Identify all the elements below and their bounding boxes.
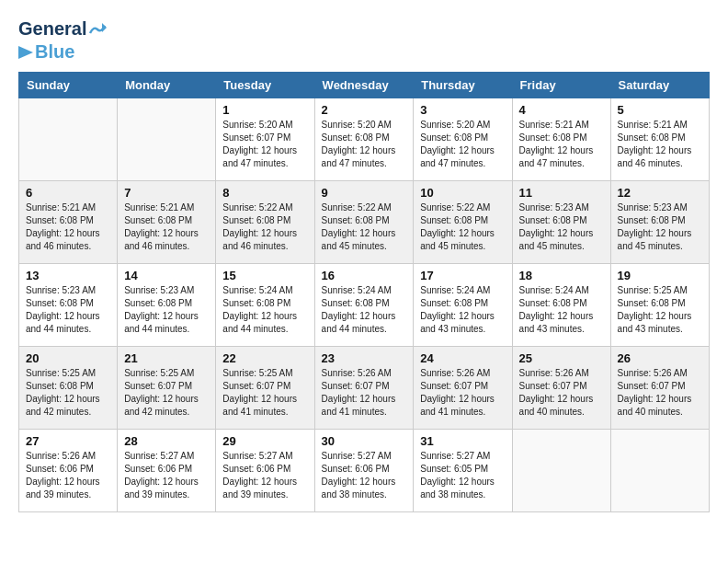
week-row-5: 27Sunrise: 5:26 AM Sunset: 6:06 PM Dayli… [19, 430, 710, 512]
day-info: Sunrise: 5:26 AM Sunset: 6:07 PM Dayligh… [420, 367, 505, 419]
day-info: Sunrise: 5:22 AM Sunset: 6:08 PM Dayligh… [322, 201, 407, 253]
day-number: 27 [26, 434, 110, 448]
day-number: 1 [222, 103, 307, 117]
day-info: Sunrise: 5:25 AM Sunset: 6:08 PM Dayligh… [26, 367, 110, 419]
day-info: Sunrise: 5:27 AM Sunset: 6:06 PM Dayligh… [322, 450, 407, 501]
logo: General Blue [18, 18, 107, 63]
calendar-cell: 19Sunrise: 5:25 AM Sunset: 6:08 PM Dayli… [610, 264, 709, 347]
day-info: Sunrise: 5:20 AM Sunset: 6:08 PM Dayligh… [322, 119, 407, 170]
day-number: 7 [124, 186, 209, 200]
day-info: Sunrise: 5:21 AM Sunset: 6:08 PM Dayligh… [124, 201, 209, 253]
svg-marker-0 [102, 23, 107, 32]
day-info: Sunrise: 5:21 AM Sunset: 6:08 PM Dayligh… [519, 119, 604, 170]
week-row-2: 6Sunrise: 5:21 AM Sunset: 6:08 PM Daylig… [19, 181, 710, 264]
day-info: Sunrise: 5:24 AM Sunset: 6:08 PM Dayligh… [222, 284, 307, 336]
logo-blue-label: Blue [35, 41, 74, 63]
day-number: 24 [420, 351, 505, 365]
day-number: 21 [124, 351, 209, 365]
calendar-cell: 12Sunrise: 5:23 AM Sunset: 6:08 PM Dayli… [610, 181, 709, 264]
day-info: Sunrise: 5:25 AM Sunset: 6:07 PM Dayligh… [124, 367, 209, 419]
day-info: Sunrise: 5:20 AM Sunset: 6:08 PM Dayligh… [420, 119, 505, 170]
day-number: 9 [322, 186, 407, 200]
header-saturday: Saturday [610, 73, 709, 98]
day-number: 11 [519, 186, 604, 200]
calendar-cell: 23Sunrise: 5:26 AM Sunset: 6:07 PM Dayli… [314, 347, 414, 430]
day-number: 13 [26, 269, 110, 282]
day-number: 8 [222, 186, 307, 200]
calendar-cell: 9Sunrise: 5:22 AM Sunset: 6:08 PM Daylig… [314, 181, 414, 264]
calendar-cell: 29Sunrise: 5:27 AM Sunset: 6:06 PM Dayli… [216, 430, 314, 512]
week-row-3: 13Sunrise: 5:23 AM Sunset: 6:08 PM Dayli… [19, 264, 710, 347]
logo-wave-icon [88, 20, 107, 39]
day-number: 17 [420, 269, 505, 282]
day-info: Sunrise: 5:21 AM Sunset: 6:08 PM Dayligh… [618, 119, 702, 170]
calendar-cell: 8Sunrise: 5:22 AM Sunset: 6:08 PM Daylig… [216, 181, 314, 264]
calendar-cell: 1Sunrise: 5:20 AM Sunset: 6:07 PM Daylig… [216, 98, 314, 181]
calendar-cell: 13Sunrise: 5:23 AM Sunset: 6:08 PM Dayli… [19, 264, 118, 347]
day-number: 19 [618, 269, 702, 282]
day-info: Sunrise: 5:23 AM Sunset: 6:08 PM Dayligh… [26, 284, 110, 336]
logo-general: General [18, 18, 86, 40]
day-number: 25 [519, 351, 604, 365]
calendar-cell: 25Sunrise: 5:26 AM Sunset: 6:07 PM Dayli… [512, 347, 610, 430]
svg-marker-1 [18, 46, 33, 59]
calendar-cell [118, 98, 216, 181]
calendar-cell: 30Sunrise: 5:27 AM Sunset: 6:06 PM Dayli… [314, 430, 414, 512]
calendar-cell: 2Sunrise: 5:20 AM Sunset: 6:08 PM Daylig… [314, 98, 414, 181]
day-number: 28 [124, 434, 209, 448]
calendar-cell: 28Sunrise: 5:27 AM Sunset: 6:06 PM Dayli… [118, 430, 216, 512]
week-row-4: 20Sunrise: 5:25 AM Sunset: 6:08 PM Dayli… [19, 347, 710, 430]
day-info: Sunrise: 5:25 AM Sunset: 6:07 PM Dayligh… [222, 367, 307, 419]
day-number: 15 [222, 269, 307, 282]
day-number: 23 [322, 351, 407, 365]
calendar-header-row: SundayMondayTuesdayWednesdayThursdayFrid… [19, 73, 710, 98]
calendar-cell: 17Sunrise: 5:24 AM Sunset: 6:08 PM Dayli… [414, 264, 512, 347]
day-number: 16 [322, 269, 407, 282]
day-info: Sunrise: 5:23 AM Sunset: 6:08 PM Dayligh… [124, 284, 209, 336]
day-info: Sunrise: 5:22 AM Sunset: 6:08 PM Dayligh… [222, 201, 307, 253]
day-number: 10 [420, 186, 505, 200]
header-wednesday: Wednesday [314, 73, 414, 98]
calendar-cell: 10Sunrise: 5:22 AM Sunset: 6:08 PM Dayli… [414, 181, 512, 264]
calendar-cell [19, 98, 118, 181]
week-row-1: 1Sunrise: 5:20 AM Sunset: 6:07 PM Daylig… [19, 98, 710, 181]
day-info: Sunrise: 5:23 AM Sunset: 6:08 PM Dayligh… [519, 201, 604, 253]
day-number: 26 [618, 351, 702, 365]
calendar-cell: 14Sunrise: 5:23 AM Sunset: 6:08 PM Dayli… [118, 264, 216, 347]
calendar-cell: 15Sunrise: 5:24 AM Sunset: 6:08 PM Dayli… [216, 264, 314, 347]
calendar-cell: 26Sunrise: 5:26 AM Sunset: 6:07 PM Dayli… [610, 347, 709, 430]
calendar-cell: 31Sunrise: 5:27 AM Sunset: 6:05 PM Dayli… [414, 430, 512, 512]
day-info: Sunrise: 5:26 AM Sunset: 6:07 PM Dayligh… [322, 367, 407, 419]
day-number: 4 [519, 103, 604, 117]
calendar-cell [610, 430, 709, 512]
header-friday: Friday [512, 73, 610, 98]
calendar-cell: 3Sunrise: 5:20 AM Sunset: 6:08 PM Daylig… [414, 98, 512, 181]
day-number: 14 [124, 269, 209, 282]
day-info: Sunrise: 5:26 AM Sunset: 6:07 PM Dayligh… [519, 367, 604, 419]
day-number: 5 [618, 103, 702, 117]
day-info: Sunrise: 5:20 AM Sunset: 6:07 PM Dayligh… [222, 119, 307, 170]
calendar-cell: 5Sunrise: 5:21 AM Sunset: 6:08 PM Daylig… [610, 98, 709, 181]
day-info: Sunrise: 5:26 AM Sunset: 6:06 PM Dayligh… [26, 450, 110, 501]
calendar-cell: 4Sunrise: 5:21 AM Sunset: 6:08 PM Daylig… [512, 98, 610, 181]
day-info: Sunrise: 5:24 AM Sunset: 6:08 PM Dayligh… [519, 284, 604, 336]
calendar-cell: 7Sunrise: 5:21 AM Sunset: 6:08 PM Daylig… [118, 181, 216, 264]
day-info: Sunrise: 5:27 AM Sunset: 6:05 PM Dayligh… [420, 450, 505, 501]
calendar-cell: 6Sunrise: 5:21 AM Sunset: 6:08 PM Daylig… [19, 181, 118, 264]
logo-triangle-icon [18, 46, 33, 59]
calendar-cell [512, 430, 610, 512]
day-info: Sunrise: 5:23 AM Sunset: 6:08 PM Dayligh… [618, 201, 702, 253]
calendar-cell: 22Sunrise: 5:25 AM Sunset: 6:07 PM Dayli… [216, 347, 314, 430]
calendar-cell: 18Sunrise: 5:24 AM Sunset: 6:08 PM Dayli… [512, 264, 610, 347]
day-info: Sunrise: 5:25 AM Sunset: 6:08 PM Dayligh… [618, 284, 702, 336]
header-tuesday: Tuesday [216, 73, 314, 98]
day-info: Sunrise: 5:21 AM Sunset: 6:08 PM Dayligh… [26, 201, 110, 253]
day-number: 31 [420, 434, 505, 448]
day-number: 18 [519, 269, 604, 282]
page-header: General Blue [18, 18, 710, 63]
day-info: Sunrise: 5:24 AM Sunset: 6:08 PM Dayligh… [322, 284, 407, 336]
calendar-cell: 27Sunrise: 5:26 AM Sunset: 6:06 PM Dayli… [19, 430, 118, 512]
day-number: 3 [420, 103, 505, 117]
calendar-table: SundayMondayTuesdayWednesdayThursdayFrid… [18, 72, 710, 512]
day-number: 22 [222, 351, 307, 365]
